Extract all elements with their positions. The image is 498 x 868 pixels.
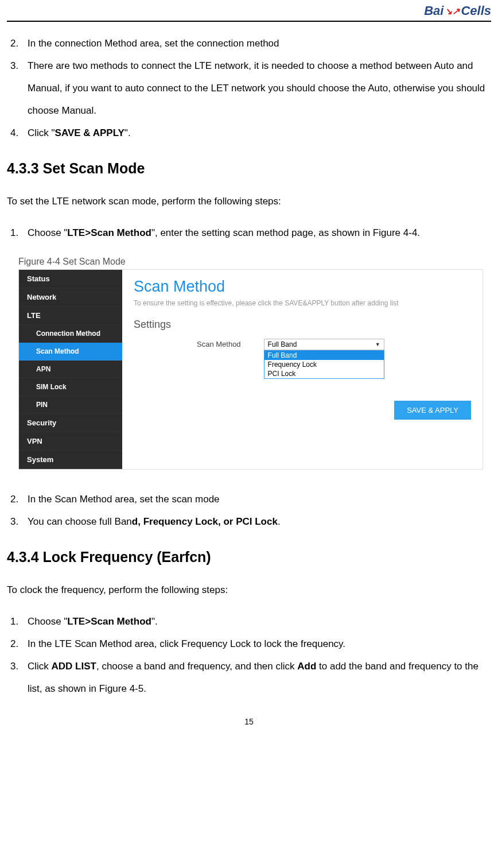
signal-icon: ↘↗ bbox=[445, 6, 460, 17]
heading-number: 4.3.3 bbox=[7, 160, 39, 176]
figure-ref: Figure 4-4 bbox=[373, 227, 417, 238]
list-text-bold: Add bbox=[297, 661, 316, 672]
figure-ref: Figure 4-5 bbox=[99, 683, 143, 694]
scan-method-select[interactable]: Full Band ▼ bbox=[264, 339, 384, 350]
list-text: In the Scan Method area, set the scan mo… bbox=[28, 494, 220, 505]
list-text: Click " bbox=[28, 127, 55, 138]
list-item: Choose "LTE>Scan Method", enter the sett… bbox=[23, 222, 491, 244]
settings-title: Settings bbox=[134, 319, 471, 331]
section-heading-434: 4.3.4 Lock Frequency (Earfcn) bbox=[7, 549, 491, 565]
list-text-bold: d, Frequency Lock, or PCI Lock bbox=[132, 516, 278, 527]
sidebar-item-apn[interactable]: APN bbox=[19, 361, 122, 378]
dropdown-option-full-band[interactable]: Full Band bbox=[264, 351, 384, 360]
save-apply-button[interactable]: SAVE & APPLY bbox=[394, 401, 471, 420]
list-text-bold: ADD LIST bbox=[52, 661, 96, 672]
list-text-bold: SAVE & APPLY bbox=[55, 127, 124, 138]
logo-text-bai: Bai bbox=[424, 3, 443, 18]
screenshot-sidebar: Status Network LTE Connection Method Sca… bbox=[19, 270, 122, 469]
screenshot-figure: Status Network LTE Connection Method Sca… bbox=[18, 269, 483, 470]
sidebar-item-security[interactable]: Security bbox=[19, 414, 122, 432]
sidebar-item-scan-method[interactable]: Scan Method bbox=[19, 343, 122, 361]
list-text: In the LTE Scan Method area, click Frequ… bbox=[28, 638, 345, 649]
scan-method-select-wrap: Full Band ▼ Full Band Frequency Lock PCI… bbox=[264, 339, 384, 379]
steps-list-434: Choose "LTE>Scan Method". In the LTE Sca… bbox=[7, 610, 491, 700]
list-text: There are two methods to connect the LTE… bbox=[28, 60, 485, 116]
list-text-bold: LTE>Scan Method bbox=[67, 227, 151, 238]
sidebar-item-sim-lock[interactable]: SIM Lock bbox=[19, 378, 122, 396]
section-intro: To clock the frequency, perform the foll… bbox=[7, 579, 491, 600]
list-text: ". bbox=[151, 616, 158, 627]
section-intro: To set the LTE network scan mode, perfor… bbox=[7, 191, 491, 212]
list-text: Choose " bbox=[28, 616, 67, 627]
section-heading-433: 4.3.3 Set Scan Mode bbox=[7, 160, 491, 177]
screenshot-content-panel: Scan Method To ensure the setting is eff… bbox=[122, 270, 483, 469]
list-text: . bbox=[278, 516, 281, 527]
form-row-scan-method: Scan Method Full Band ▼ Full Band Freque… bbox=[197, 339, 471, 379]
figure-caption: Figure 4-4 Set Scan Mode bbox=[18, 257, 491, 267]
sidebar-item-vpn[interactable]: VPN bbox=[19, 432, 122, 451]
panel-title: Scan Method bbox=[134, 278, 471, 296]
list-item: In the LTE Scan Method area, click Frequ… bbox=[23, 633, 491, 655]
panel-hint: To ensure the setting is effective, plea… bbox=[134, 299, 471, 307]
list-text: ". bbox=[124, 127, 131, 138]
list-text: , choose a band and frequency, and then … bbox=[96, 661, 297, 672]
list-item: In the Scan Method area, set the scan mo… bbox=[23, 488, 491, 510]
steps-list-433-cont: In the Scan Method area, set the scan mo… bbox=[7, 488, 491, 533]
heading-number: 4.3.4 bbox=[7, 549, 39, 565]
page-header: Bai↘↗Cells bbox=[7, 0, 491, 22]
sidebar-item-network[interactable]: Network bbox=[19, 288, 122, 307]
list-text: . bbox=[417, 227, 420, 238]
list-item: Click ADD LIST, choose a band and freque… bbox=[23, 655, 491, 700]
heading-text: Lock Frequency (Earfcn) bbox=[43, 549, 211, 565]
dropdown-options: Full Band Frequency Lock PCI Lock bbox=[264, 350, 384, 379]
list-item: Choose "LTE>Scan Method". bbox=[23, 610, 491, 633]
sidebar-item-lte[interactable]: LTE bbox=[19, 307, 122, 325]
select-value: Full Band bbox=[268, 340, 297, 348]
dropdown-option-pci-lock[interactable]: PCI Lock bbox=[264, 369, 384, 378]
steps-list-433: Choose "LTE>Scan Method", enter the sett… bbox=[7, 222, 491, 244]
list-text: ", enter the setting scan method page, a… bbox=[151, 227, 373, 238]
dropdown-option-frequency-lock[interactable]: Frequency Lock bbox=[264, 360, 384, 369]
list-item: In the connection Method area, set the c… bbox=[23, 32, 491, 55]
continuation-list: In the connection Method area, set the c… bbox=[7, 32, 491, 144]
list-text: . bbox=[143, 683, 146, 694]
page-number: 15 bbox=[7, 717, 491, 732]
logo-text-cells: Cells bbox=[461, 3, 491, 18]
sidebar-item-connection-method[interactable]: Connection Method bbox=[19, 325, 122, 343]
list-item: You can choose full Band, Frequency Lock… bbox=[23, 510, 491, 533]
form-label-scan-method: Scan Method bbox=[197, 339, 241, 348]
heading-text: Set Scan Mode bbox=[43, 160, 145, 176]
list-text-bold: LTE>Scan Method bbox=[67, 616, 151, 627]
list-text: Choose " bbox=[28, 227, 67, 238]
list-text: In the connection Method area, set the c… bbox=[28, 38, 279, 49]
list-item: Click "SAVE & APPLY". bbox=[23, 122, 491, 144]
sidebar-item-status[interactable]: Status bbox=[19, 270, 122, 288]
sidebar-item-pin[interactable]: PIN bbox=[19, 396, 122, 414]
chevron-down-icon: ▼ bbox=[375, 342, 380, 347]
baicells-logo: Bai↘↗Cells bbox=[424, 3, 491, 18]
sidebar-item-system[interactable]: System bbox=[19, 451, 122, 469]
list-text: You can choose full Ban bbox=[28, 516, 132, 527]
list-text: Click bbox=[28, 661, 52, 672]
list-item: There are two methods to connect the LTE… bbox=[23, 55, 491, 122]
